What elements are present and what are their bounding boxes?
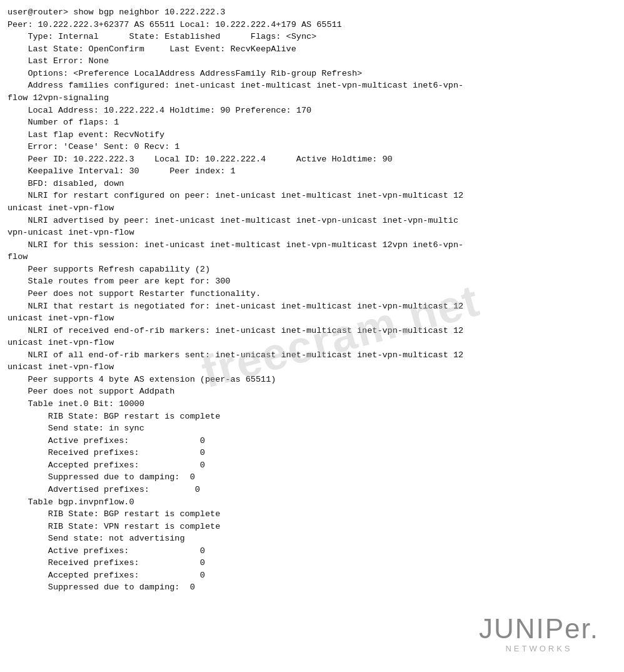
terminal-line: NLRI for restart configured on peer: ine… [8,190,616,202]
terminal-line: NLRI of received end-of-rib markers: ine… [8,325,616,337]
terminal-line: user@router> show bgp neighbor 10.222.22… [8,6,616,19]
juniper-logo: JUNIPer. NETWORKS [479,615,599,653]
terminal-line: NLRI of all end-of-rib markers sent: ine… [8,349,616,362]
terminal-line: unicast inet-vpn-flow [8,337,616,349]
terminal-line: flow [8,251,616,263]
terminal-line: unicast inet-vpn-flow [8,361,616,374]
terminal-line: Peer supports 4 byte AS extension (peer-… [8,374,616,386]
terminal-line: flow 12vpn-signaling [8,92,616,104]
terminal-line: Stale routes from peer are kept for: 300 [8,275,616,288]
terminal-line: Last State: OpenConfirm Last Event: Recv… [8,43,616,56]
terminal-line: Received prefixes: 0 [8,557,616,569]
terminal-line: Received prefixes: 0 [8,447,616,459]
terminal-line: Options: <Preference LocalAddress Addres… [8,68,616,80]
terminal-line: Last Error: None [8,55,616,68]
juniper-brand-name: JUNIPer. [479,615,599,643]
terminal-line: Type: Internal State: Established Flags:… [8,31,616,43]
terminal-line: Peer supports Refresh capability (2) [8,263,616,276]
terminal-line: Advertised prefixes: 0 [8,484,616,496]
terminal-line: unicast inet-vpn-flow [8,202,616,215]
terminal-line: Number of flaps: 1 [8,116,616,129]
terminal-line: Suppressed due to damping: 0 [8,581,616,594]
terminal-line: Peer: 10.222.222.3+62377 AS 65511 Local:… [8,19,616,31]
terminal-line: Peer does not support Addpath [8,385,616,398]
terminal-line: Active prefixes: 0 [8,545,616,557]
terminal-line: Suppressed due to damping: 0 [8,471,616,484]
terminal-line: Peer does not support Restarter function… [8,288,616,300]
juniper-networks-label: NETWORKS [505,644,572,653]
terminal-line: Peer ID: 10.222.222.3 Local ID: 10.222.2… [8,153,616,166]
terminal-line: Accepted prefixes: 0 [8,569,616,582]
terminal-line: BFD: disabled, down [8,178,616,190]
terminal-line: Send state: in sync [8,422,616,435]
terminal-line: NLRI for this session: inet-unicast inet… [8,239,616,252]
terminal-line: Address families configured: inet-unicas… [8,79,616,92]
terminal-line: Local Address: 10.222.222.4 Holdtime: 90… [8,104,616,117]
terminal-output: user@router> show bgp neighbor 10.222.22… [8,6,616,594]
terminal-line: NLRI that restart is negotiated for: ine… [8,300,616,313]
terminal-line: RIB State: BGP restart is complete [8,508,616,521]
terminal-line: Table inet.0 Bit: 10000 [8,398,616,410]
terminal-line: Accepted prefixes: 0 [8,459,616,472]
terminal-line: vpn-unicast inet-vpn-flow [8,227,616,239]
terminal-line: Send state: not advertising [8,532,616,545]
terminal-line: Last flap event: RecvNotify [8,129,616,141]
terminal-line: RIB State: VPN restart is complete [8,521,616,533]
terminal-line: Keepalive Interval: 30 Peer index: 1 [8,165,616,178]
terminal-line: RIB State: BGP restart is complete [8,410,616,423]
terminal-line: Table bgp.invpnflow.0 [8,496,616,509]
terminal-line: Active prefixes: 0 [8,435,616,447]
terminal-line: Error: 'Cease' Sent: 0 Recv: 1 [8,141,616,153]
terminal-line: NLRI advertised by peer: inet-unicast in… [8,215,616,227]
terminal-line: unicast inet-vpn-flow [8,312,616,325]
